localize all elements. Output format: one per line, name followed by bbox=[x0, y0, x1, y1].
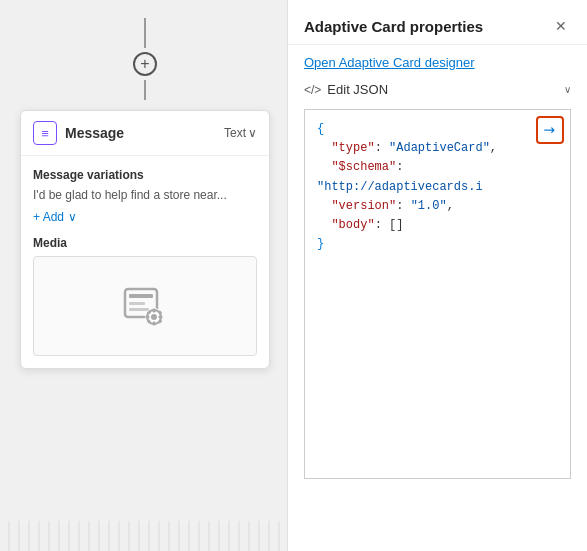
add-variation-button[interactable]: + Add ∨ bbox=[33, 210, 257, 224]
json-line-1: { bbox=[317, 120, 558, 139]
code-icon: </> bbox=[304, 83, 321, 97]
media-box[interactable] bbox=[33, 256, 257, 356]
open-designer-link[interactable]: Open Adaptive Card designer bbox=[288, 45, 587, 76]
edit-json-row: </> Edit JSON ∨ bbox=[288, 76, 587, 103]
message-card-body: Message variations I'd be glad to help f… bbox=[21, 156, 269, 368]
svg-rect-7 bbox=[153, 309, 156, 313]
json-line-5: "body": [] bbox=[317, 216, 558, 235]
json-content[interactable]: { "type": "AdaptiveCard", "$schema": "ht… bbox=[305, 110, 570, 478]
json-line-6: } bbox=[317, 235, 558, 254]
connector-line-bottom bbox=[144, 80, 146, 100]
add-variation-label: + Add bbox=[33, 210, 64, 224]
text-type-chevron: ∨ bbox=[248, 126, 257, 140]
panel-title: Adaptive Card properties bbox=[304, 18, 483, 35]
svg-rect-1 bbox=[129, 294, 153, 298]
expand-icon: ↗ bbox=[540, 120, 560, 140]
edit-json-label: Edit JSON bbox=[327, 82, 558, 97]
connector-area: + bbox=[0, 0, 290, 110]
json-editor-border: ↗ { "type": "AdaptiveCard", "$schema": "… bbox=[304, 109, 571, 479]
svg-rect-3 bbox=[129, 308, 149, 311]
svg-rect-10 bbox=[159, 316, 163, 319]
json-line-3: "$schema": "http://adaptivecards.i bbox=[317, 158, 558, 196]
svg-rect-9 bbox=[146, 316, 150, 319]
variation-text: I'd be glad to help find a store near... bbox=[33, 188, 257, 202]
message-icon: ≡ bbox=[33, 121, 57, 145]
media-placeholder-icon bbox=[120, 281, 170, 331]
add-node-button[interactable]: + bbox=[133, 52, 157, 76]
message-card-title: Message bbox=[65, 125, 216, 141]
json-line-2: "type": "AdaptiveCard", bbox=[317, 139, 558, 158]
text-type-dropdown[interactable]: Text ∨ bbox=[224, 126, 257, 140]
panel-header: Adaptive Card properties ✕ bbox=[288, 0, 587, 45]
variations-label: Message variations bbox=[33, 168, 257, 182]
message-card-header: ≡ Message Text ∨ bbox=[21, 111, 269, 156]
svg-point-6 bbox=[151, 314, 157, 320]
json-editor-area: ↗ { "type": "AdaptiveCard", "$schema": "… bbox=[304, 109, 571, 545]
text-type-label: Text bbox=[224, 126, 246, 140]
json-line-4: "version": "1.0", bbox=[317, 197, 558, 216]
flow-canvas: + ≡ Message Text ∨ Message variations I'… bbox=[0, 0, 290, 551]
adaptive-card-properties-panel: Adaptive Card properties ✕ Open Adaptive… bbox=[287, 0, 587, 551]
close-panel-button[interactable]: ✕ bbox=[551, 16, 571, 36]
connector-line-top bbox=[144, 18, 146, 48]
expand-editor-button[interactable]: ↗ bbox=[536, 116, 564, 144]
close-icon: ✕ bbox=[555, 18, 567, 34]
edit-json-chevron[interactable]: ∨ bbox=[564, 84, 571, 95]
svg-rect-2 bbox=[129, 302, 145, 305]
add-variation-chevron: ∨ bbox=[68, 210, 77, 224]
svg-rect-8 bbox=[153, 322, 156, 326]
media-label: Media bbox=[33, 236, 257, 250]
message-card: ≡ Message Text ∨ Message variations I'd … bbox=[20, 110, 270, 369]
